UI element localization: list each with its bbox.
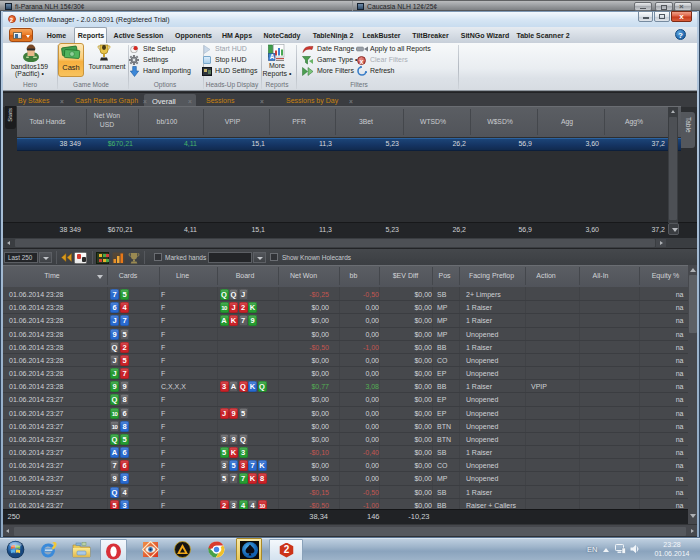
svg-text:A: A (270, 53, 275, 60)
